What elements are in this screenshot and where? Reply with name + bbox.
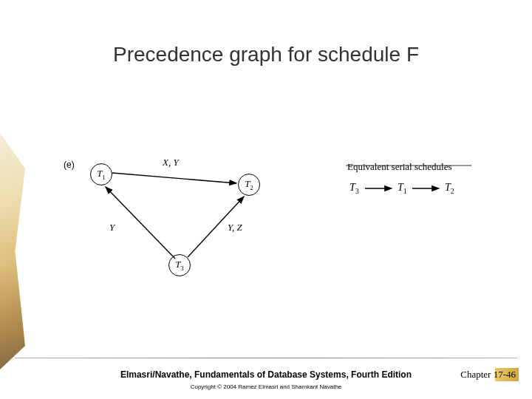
slide: Precedence graph for schedule F (e) T1 T… [0, 0, 532, 399]
serial-arrows [347, 181, 466, 196]
copyright-text: Copyright © 2004 Ramez Elmasri and Shamk… [0, 383, 532, 390]
equivalent-serial-title: Equivalent serial schedules [347, 161, 452, 173]
svg-line-2 [188, 197, 244, 257]
svg-line-1 [106, 187, 175, 259]
equivalent-serial-underline [346, 164, 475, 167]
graph-arrows [0, 0, 532, 399]
chapter-label: Chapter 17-46 [460, 368, 519, 381]
svg-line-0 [112, 173, 236, 183]
footer-text: Elmasri/Navathe, Fundamentals of Databas… [0, 369, 532, 380]
footer-divider [15, 358, 517, 358]
